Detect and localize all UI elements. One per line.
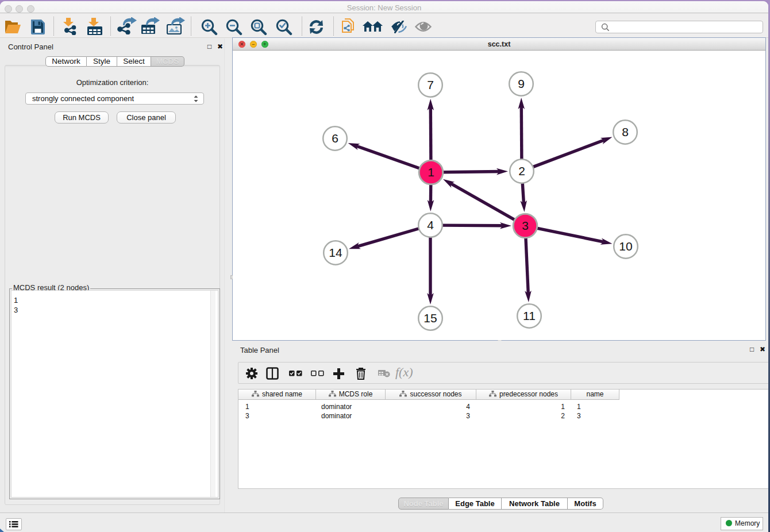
svg-text:7: 7: [427, 78, 434, 91]
svg-text:2: 2: [518, 164, 525, 178]
svg-text:15: 15: [424, 311, 437, 325]
svg-text:3: 3: [522, 219, 529, 232]
svg-text:14: 14: [329, 246, 342, 259]
svg-text:1: 1: [428, 165, 434, 179]
svg-text:4: 4: [427, 218, 434, 232]
svg-text:8: 8: [622, 125, 629, 138]
svg-text:9: 9: [518, 77, 525, 90]
svg-text:6: 6: [332, 132, 338, 145]
svg-text:11: 11: [523, 309, 536, 322]
svg-text:10: 10: [619, 240, 632, 253]
